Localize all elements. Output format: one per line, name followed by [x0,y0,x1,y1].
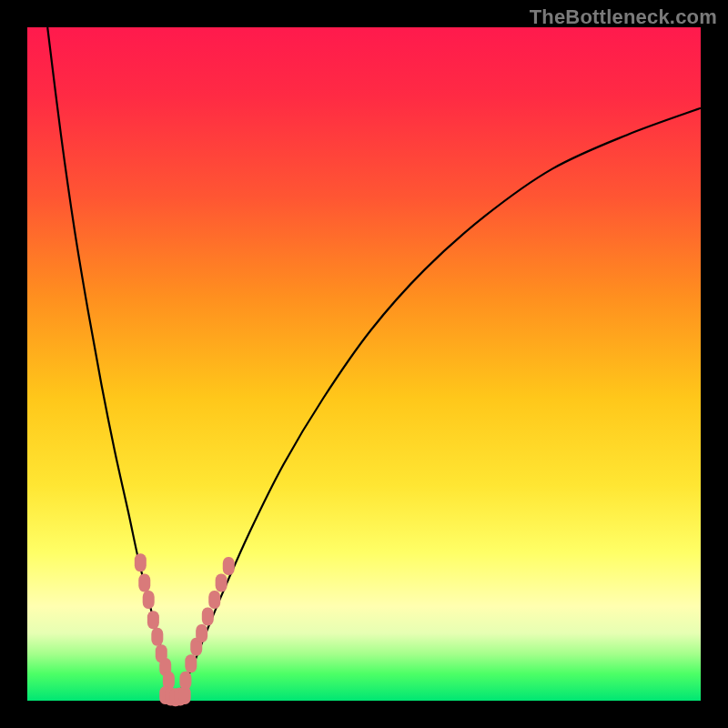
marker-point [143,591,155,609]
marker-point [185,654,197,672]
plot-area [27,27,701,701]
marker-point [202,608,214,626]
series-left-branch [47,27,176,701]
highlighted-markers [135,553,235,706]
watermark-text: TheBottleneck.com [530,5,717,29]
marker-point [216,574,228,592]
left-branch-path [47,27,176,701]
chart-frame: TheBottleneck.com [0,0,728,728]
right-branch-path [176,108,701,701]
marker-point [135,553,147,571]
series-right-branch [176,108,701,701]
marker-point [138,574,150,592]
marker-point [179,672,191,690]
marker-point [208,591,220,609]
marker-point [147,611,159,629]
curve-layer [27,27,701,701]
marker-point [196,624,207,642]
marker-point [151,628,163,646]
marker-point [223,557,235,575]
